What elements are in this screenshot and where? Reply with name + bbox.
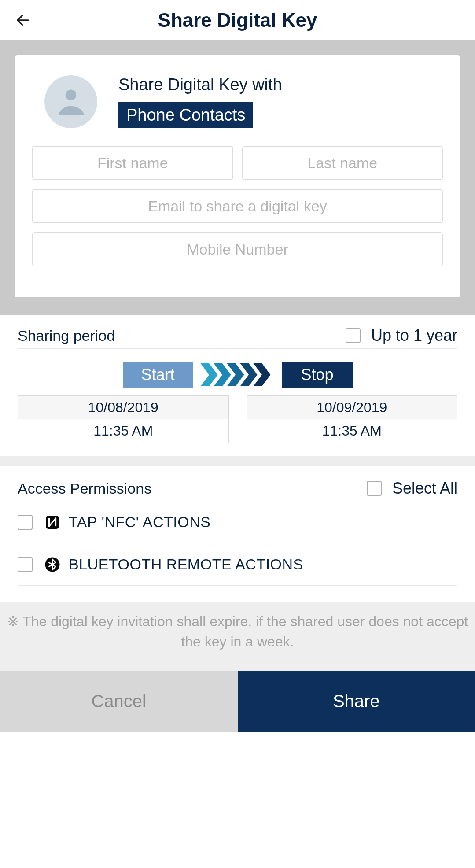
stop-button[interactable]: Stop bbox=[282, 362, 353, 388]
contact-card: Share Digital Key with Phone Contacts bbox=[15, 55, 460, 297]
last-name-field[interactable] bbox=[242, 146, 443, 180]
bluetooth-icon bbox=[44, 556, 61, 573]
arrow-left-icon bbox=[15, 12, 31, 28]
select-all-label: Select All bbox=[392, 479, 457, 498]
perm-bluetooth-checkbox[interactable] bbox=[18, 557, 33, 572]
sharing-period-section: Sharing period Up to 1 year Start Stop 1… bbox=[0, 315, 475, 456]
avatar-placeholder bbox=[44, 75, 97, 128]
contact-section: Share Digital Key with Phone Contacts bbox=[0, 40, 475, 315]
perm-nfc-label: TAP 'NFC' ACTIONS bbox=[69, 513, 211, 531]
cancel-button[interactable]: Cancel bbox=[0, 671, 238, 732]
email-field[interactable] bbox=[32, 189, 443, 223]
select-all-checkbox[interactable] bbox=[367, 481, 382, 496]
perm-item-nfc[interactable]: TAP 'NFC' ACTIONS bbox=[18, 501, 457, 543]
section-divider bbox=[0, 456, 475, 466]
svg-marker-6 bbox=[253, 363, 270, 386]
phone-contacts-chip[interactable]: Phone Contacts bbox=[118, 102, 253, 128]
stop-date-cell[interactable]: 10/09/2019 bbox=[247, 395, 458, 419]
stop-datetime[interactable]: 10/09/2019 11:35 AM bbox=[247, 395, 458, 443]
start-time-cell[interactable]: 11:35 AM bbox=[18, 419, 229, 443]
start-button[interactable]: Start bbox=[123, 362, 193, 388]
up-to-year-checkbox[interactable] bbox=[346, 328, 361, 343]
perm-item-bluetooth[interactable]: BLUETOOTH REMOTE ACTIONS bbox=[18, 543, 457, 586]
perm-bluetooth-label: BLUETOOTH REMOTE ACTIONS bbox=[69, 556, 303, 573]
nfc-icon bbox=[44, 514, 61, 531]
share-button[interactable]: Share bbox=[238, 671, 475, 732]
back-button[interactable] bbox=[13, 11, 33, 30]
up-to-year-label: Up to 1 year bbox=[371, 326, 457, 345]
first-name-field[interactable] bbox=[32, 146, 233, 180]
person-icon bbox=[51, 81, 91, 122]
access-permissions-label: Access Permissions bbox=[18, 480, 151, 497]
mobile-field[interactable] bbox=[32, 232, 443, 266]
up-to-year-option[interactable]: Up to 1 year bbox=[346, 326, 457, 345]
footer-actions: Cancel Share bbox=[0, 671, 475, 732]
start-datetime[interactable]: 10/08/2019 11:35 AM bbox=[18, 395, 229, 443]
expiry-footnote: ※ The digital key invitation shall expir… bbox=[0, 602, 475, 671]
bottom-spacer bbox=[0, 732, 475, 868]
page-title: Share Digital Key bbox=[0, 9, 475, 31]
app-header: Share Digital Key bbox=[0, 0, 475, 40]
svg-point-1 bbox=[66, 89, 77, 100]
sharing-period-label: Sharing period bbox=[18, 327, 115, 344]
start-date-cell[interactable]: 10/08/2019 bbox=[18, 395, 229, 419]
perm-nfc-checkbox[interactable] bbox=[18, 515, 33, 530]
access-permissions-section: Access Permissions Select All TAP 'NFC' … bbox=[0, 466, 475, 602]
chevrons-icon bbox=[205, 363, 271, 386]
select-all-option[interactable]: Select All bbox=[367, 479, 457, 498]
share-with-heading: Share Digital Key with bbox=[118, 75, 282, 94]
stop-time-cell[interactable]: 11:35 AM bbox=[247, 419, 458, 443]
